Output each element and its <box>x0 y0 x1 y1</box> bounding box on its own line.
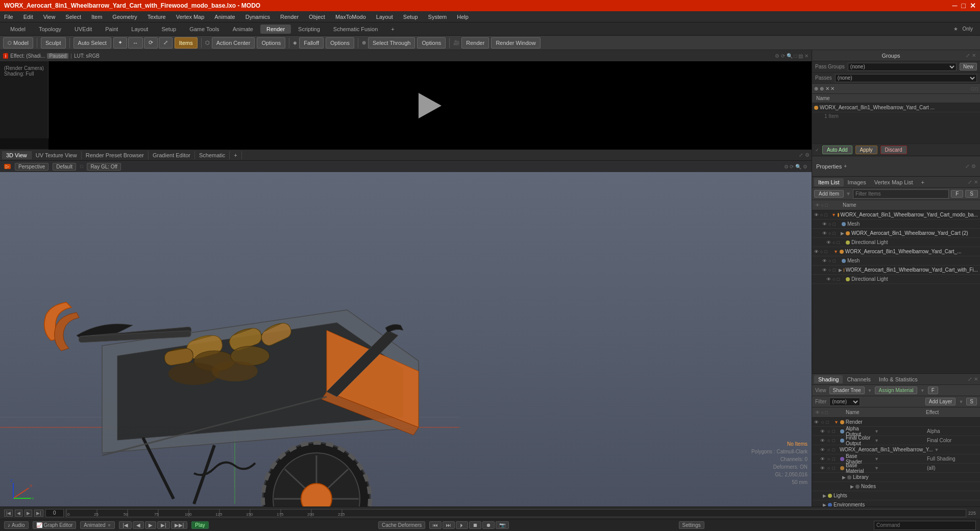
play-button[interactable] <box>419 93 442 118</box>
discard-btn[interactable]: Discard <box>880 146 907 154</box>
auto-add-btn[interactable]: Auto Add <box>822 146 852 154</box>
assign-material-btn[interactable]: Assign Material <box>875 387 917 394</box>
sh-row-nodes[interactable]: ▶ Nodes <box>812 482 980 491</box>
transport-next[interactable]: ▶| <box>157 521 170 529</box>
close-btn[interactable]: ✕ <box>970 2 976 10</box>
expand-view-btn[interactable]: ⤢ <box>799 152 803 158</box>
new-group-btn[interactable]: New <box>960 63 977 70</box>
maximize-btn[interactable]: □ <box>962 2 966 10</box>
tab-view-plus[interactable]: + <box>230 151 241 159</box>
close-il-btn[interactable]: ✕ <box>974 179 978 185</box>
menu-render[interactable]: Render <box>278 13 301 21</box>
sh-row-lights[interactable]: ▶ Lights <box>812 491 980 500</box>
tab-3d-view[interactable]: 3D View <box>2 151 32 159</box>
shader-tree-btn[interactable]: Shader Tree <box>829 387 865 394</box>
tab-info-statistics[interactable]: Info & Statistics <box>875 375 922 383</box>
auto-select-btn[interactable]: Auto Select <box>74 37 111 49</box>
settings-btn[interactable]: Settings <box>679 521 704 529</box>
timeline-start-btn[interactable]: |◀ <box>4 510 13 517</box>
transform-btn-2[interactable]: ↔ <box>128 37 143 49</box>
render-window-btn[interactable]: Render Window <box>491 37 540 49</box>
model-mode-btn[interactable]: ⬡ Model <box>3 37 33 49</box>
play-btn[interactable]: Play <box>191 521 208 529</box>
tab-game-tools[interactable]: Game Tools <box>183 25 226 34</box>
select-through-btn[interactable]: Select Through <box>368 37 415 49</box>
il-row-2[interactable]: 👁 ○ □ Mesh <box>812 220 980 229</box>
menu-file[interactable]: File <box>2 13 15 21</box>
menu-view[interactable]: View <box>41 13 58 21</box>
menu-animate[interactable]: Animate <box>212 13 237 21</box>
action-center-btn[interactable]: Action Center <box>212 37 255 49</box>
3d-viewport[interactable]: ▷ Perspective Default □ Ray GL: Off ⚙ ⟳ … <box>0 161 812 506</box>
tab-model[interactable]: Model <box>4 25 32 34</box>
tab-layout[interactable]: Layout <box>125 25 154 34</box>
tab-paint[interactable]: Paint <box>99 25 124 34</box>
sh-row-render[interactable]: 👁 ○ □ ▼ Render <box>812 418 980 427</box>
menu-dynamics[interactable]: Dynamics <box>243 13 272 21</box>
expand-properties-btn[interactable]: ⤢ <box>965 163 969 169</box>
pb-5[interactable]: ⏺ <box>482 521 495 529</box>
sh-f-btn[interactable]: F <box>928 387 938 394</box>
pass-groups-select[interactable]: (none) <box>848 63 957 71</box>
timeline-prev-btn[interactable]: ◀ <box>15 510 22 517</box>
graph-editor-btn[interactable]: 📈 Graph Editor <box>33 521 77 529</box>
add-item-btn[interactable]: Add Item <box>814 190 844 198</box>
transform-btn-4[interactable]: ⤢ <box>159 37 173 49</box>
settings-properties-btn[interactable]: ⚙ <box>971 163 976 169</box>
menu-item[interactable]: Item <box>89 13 104 21</box>
expand-groups-btn[interactable]: ⤢ <box>966 53 970 58</box>
menu-vertex-map[interactable]: Vertex Map <box>174 13 207 21</box>
menu-select[interactable]: Select <box>63 13 83 21</box>
tab-render-preset-browser[interactable]: Render Preset Browser <box>82 151 149 159</box>
minimize-btn[interactable]: ─ <box>952 2 958 10</box>
sh-s-btn[interactable]: S <box>966 398 977 405</box>
transform-btn-1[interactable]: ✦ <box>113 37 127 49</box>
menu-setup[interactable]: Setup <box>401 13 420 21</box>
window-controls[interactable]: ─ □ ✕ <box>952 2 976 10</box>
tab-scripting[interactable]: Scripting <box>292 25 326 34</box>
il-row-6[interactable]: 👁 ○ □ Mesh <box>812 256 980 266</box>
tab-animate[interactable]: Animate <box>227 25 259 34</box>
il-f-btn[interactable]: F <box>951 190 963 198</box>
animated-btn[interactable]: Animated ▼ <box>80 521 115 529</box>
tab-channels[interactable]: Channels <box>843 375 874 383</box>
falloff-btn[interactable]: Falloff <box>299 37 324 49</box>
settings-view-btn[interactable]: ⚙ <box>805 152 810 158</box>
il-row-4[interactable]: 👁 ○ □ Directional Light <box>812 238 980 247</box>
transport-end[interactable]: ▶▶| <box>171 521 188 529</box>
raygl-btn[interactable]: Ray GL: Off <box>87 163 121 171</box>
options2-btn[interactable]: Options <box>326 37 354 49</box>
shading-mode-btn[interactable]: Default <box>53 163 76 171</box>
video-canvas[interactable] <box>48 61 812 150</box>
close-groups-btn[interactable]: ✕ <box>972 53 976 58</box>
il-row-5[interactable]: 👁 ○ □ ▼ WORX_Aerocart_8in1_Wheelbarrow_Y… <box>812 247 980 256</box>
tab-il-plus[interactable]: + <box>917 178 928 186</box>
filter-select[interactable]: (none) <box>829 398 860 406</box>
options1-btn[interactable]: Options <box>257 37 285 49</box>
close-shading-btn[interactable]: ✕ <box>974 376 978 382</box>
menu-edit[interactable]: Edit <box>21 13 35 21</box>
pb-2[interactable]: ⏭ <box>443 521 455 529</box>
pb-6[interactable]: 📷 <box>496 521 509 529</box>
tab-shading[interactable]: Shading <box>814 375 843 383</box>
tab-topology[interactable]: Topology <box>33 25 67 34</box>
tab-render[interactable]: Render <box>260 25 291 34</box>
pb-4[interactable]: ⏹ <box>469 521 481 529</box>
sh-row-alpha[interactable]: 👁 ○ □ Alpha Output ▼ Alpha <box>812 427 980 436</box>
transport-play[interactable]: ▶ <box>145 521 156 529</box>
tab-schematic[interactable]: Schematic <box>195 151 230 159</box>
menu-help[interactable]: Help <box>455 13 471 21</box>
add-layer-btn[interactable]: Add Layer <box>925 398 956 405</box>
il-row-7[interactable]: 👁 ○ □ ▶ WORX_Aerocart_8in1_Wheelbarrow_Y… <box>812 266 980 275</box>
transform-btn-3[interactable]: ⟳ <box>144 37 158 49</box>
passes-select[interactable]: (none) <box>835 74 977 82</box>
sh-row-final-color[interactable]: 👁 ○ □ Final Color Output ▼ Final Color <box>812 436 980 445</box>
render-btn[interactable]: Render <box>461 37 489 49</box>
filter-items-input[interactable] <box>853 189 949 199</box>
options3-btn[interactable]: Options <box>417 37 446 49</box>
transport-start[interactable]: |◀ <box>119 521 132 529</box>
menu-object[interactable]: Object <box>307 13 327 21</box>
timeline-play-btn[interactable]: ▶ <box>24 510 32 517</box>
tab-schematic-fusion[interactable]: Schematic Fusion <box>327 25 384 34</box>
command-input[interactable] <box>874 521 976 530</box>
